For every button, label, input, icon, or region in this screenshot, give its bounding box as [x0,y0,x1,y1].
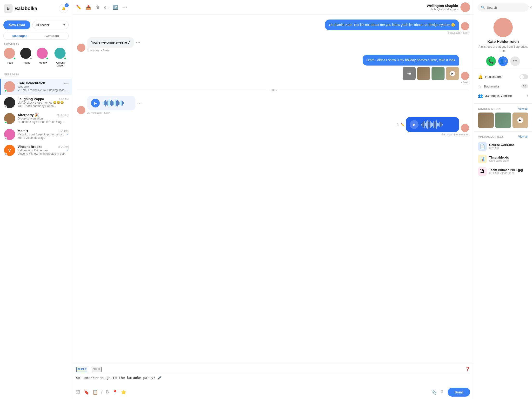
file-item[interactable]: 📄 Course work.doc 0.73 MB [478,140,528,153]
star-icon[interactable]: ⭐ [121,390,126,395]
uploaded-files-header: UPLOADED FILES View all [474,132,532,140]
notifications-label: Notifications [485,75,517,79]
fav-item-greeny[interactable]: Greeny Green [53,48,68,67]
tag-icon[interactable]: 🏷 [104,5,108,10]
fav-item-mom[interactable]: Mom ♥ [37,48,49,67]
msg-info: Laughing Poppa 7:00 AM LMAO check these … [18,97,69,108]
filter-label: All recent [36,23,49,27]
play-icon[interactable]: ▶ [517,117,523,123]
inbox-icon[interactable]: 📥 [86,5,91,10]
status-dot-sm [4,137,7,140]
list-item[interactable]: Mom ♥ 10/14/19 It's cold, don't forget t… [0,126,72,142]
uploaded-files-title: UPLOADED FILES [478,135,504,138]
msg-preview-row: Katherine or Catherine? ✓ [18,149,69,152]
reply-tab[interactable]: REPLY [76,367,87,372]
image-icon[interactable]: 🖼 [76,390,80,395]
msg-preview: LMAO check these memes 😂😂😂 [18,101,66,104]
italic-icon[interactable]: I [101,390,102,395]
media-thumb-2[interactable] [495,113,511,128]
media-thumb-1[interactable] [478,113,494,128]
msg-preview-row: It's cold, don't forget to put on a hat … [18,133,69,136]
copy-icon[interactable]: 📋 [93,390,98,395]
location-icon[interactable]: 📍 [112,390,118,395]
voice-bars-out [421,120,455,129]
play-button[interactable]: ▶ [410,120,419,129]
notifications-toggle[interactable] [519,74,528,79]
list-item[interactable]: Laughing Poppa 7:00 AM LMAO check these … [0,95,72,111]
add-contact-button[interactable]: 👤+ [498,56,508,66]
edit-icon[interactable]: ✏️ [76,5,81,10]
view-all-media-link[interactable]: View all [518,107,528,111]
file-item[interactable]: 🖼 Team Buhach 2018.jpg 8.17 MB • 3840x21… [478,165,528,178]
msg-time: Yesterday [57,114,69,117]
bell-button[interactable]: 🔔 1 [59,4,68,13]
chat-user-info: Wellington Shapkin hoho@setproduct.com [427,2,470,12]
message-in: You're welcome sweetie :* ••• 2 days ago… [77,37,141,52]
view-all-files-link[interactable]: View all [518,135,528,138]
list-item[interactable]: Kate Heidenreich Now Woooow! ✓ Kate: I r… [0,79,72,95]
reply-tabs: REPLY NOTE ❓ [76,367,470,374]
status-dot-kate [13,57,16,60]
mic-icon[interactable]: 🎙 [440,390,444,395]
close-icon[interactable]: ✕ [529,6,532,9]
chat-avatar [460,2,470,12]
tab-messages[interactable]: Messages [4,32,36,40]
check-icon: ✓ [18,88,20,92]
search-input[interactable] [487,6,527,9]
edit-action-icon[interactable]: ✏️ [401,123,405,126]
message-out: 🗑 ✏️ ▶ [396,117,469,136]
fav-item-kate[interactable]: Kate [4,48,16,67]
search-icon: 🔍 [481,6,485,9]
msg-preview: Group conversation [18,117,66,120]
media-row: +9 ▶ [403,67,459,80]
note-tab[interactable]: NOTE [92,367,102,372]
bubble-out: Hmm.. didn't I show u my holiday photos?… [363,55,459,66]
media-count: +9 [403,67,416,80]
media-thumb-2[interactable] [432,67,445,80]
file-name: Timetable.xls [489,156,528,159]
fav-item-poppa[interactable]: Poppa [20,48,33,67]
people-row[interactable]: 👥 33 people, 7 online › [478,91,528,100]
trash-icon[interactable]: 🗑 [95,5,100,10]
more-button[interactable]: ••• [510,56,520,66]
msg-top: Laughing Poppa 7:00 AM [18,97,69,101]
chat-user-email: hoho@setproduct.com [427,8,458,11]
avatar [77,106,85,114]
tab-contacts[interactable]: Contacts [36,32,69,40]
share-icon[interactable]: ↗️ [113,5,118,10]
bell-icon: 🔔 [478,74,483,79]
status-dot-sm [4,89,7,92]
attach-icon[interactable]: 📎 [431,390,437,395]
bold-icon[interactable]: B [106,390,109,395]
play-icon[interactable]: ▶ [450,71,455,76]
chat-input[interactable] [76,376,470,385]
msg-name: Afterparty 🎉 [18,113,39,117]
send-button[interactable]: Send [448,388,470,397]
more-options-icon[interactable]: ••• [136,41,141,44]
new-chat-button[interactable]: New Chat [3,20,30,29]
chevron-down-icon: ▾ [63,23,65,27]
play-button[interactable]: ▶ [91,99,100,107]
bubble-out: Oh thanks Kate. But it's not about me yo… [325,20,459,30]
list-item[interactable]: V Vincent Brooks 09/16/19 Katherine or C… [0,142,72,158]
status-dot-poppa [30,57,32,60]
fav-avatar-poppa [20,48,33,60]
status-dot-sm [4,105,7,108]
call-button[interactable]: 📞 [486,56,496,66]
bookmark-icon[interactable]: 🔖 [84,390,89,395]
trash-action-icon[interactable]: 🗑 [396,123,399,126]
media-thumb-3[interactable]: ▶ [512,113,528,128]
help-icon[interactable]: ❓ [465,367,470,372]
chat-user-text: Wellington Shapkin hoho@setproduct.com [427,4,458,11]
day-divider: Today [77,87,469,93]
msg-preview-sub: P. Junior: Guys c'mon let's do it again!… [18,120,66,124]
avatar [461,72,469,80]
toolbar-icons: ✏️ 📥 🗑 🏷 ↗️ ••• [76,5,422,10]
media-thumb-1[interactable] [417,67,430,80]
list-item[interactable]: Afterparty 🎉 Yesterday Group conversatio… [0,111,72,126]
more-icon[interactable]: ••• [122,5,128,9]
filter-dropdown[interactable]: All recent ▾ [32,21,69,29]
more-options-icon[interactable]: ••• [137,101,142,105]
file-item[interactable]: 📊 Timetable.xls Onhovered state [478,153,528,165]
media-thumb-3[interactable]: ▶ [446,67,459,80]
